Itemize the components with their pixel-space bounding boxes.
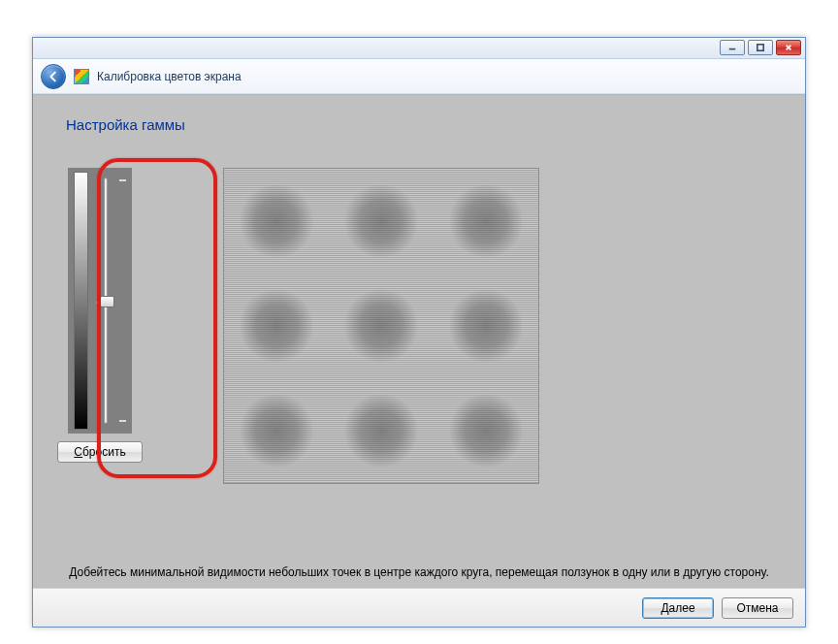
gamma-row: Сбросить xyxy=(66,168,772,484)
app-icon xyxy=(74,69,89,84)
gamma-dot xyxy=(224,274,329,378)
titlebar xyxy=(33,38,805,59)
section-heading: Настройка гаммы xyxy=(66,116,772,133)
svg-rect-0 xyxy=(729,48,735,50)
gradient-reference-bar xyxy=(74,172,88,430)
gamma-dot xyxy=(224,378,329,483)
next-button[interactable]: Далее xyxy=(642,597,714,619)
window-controls xyxy=(720,40,801,55)
footer-bar: Далее Отмена xyxy=(33,588,805,627)
gamma-dot xyxy=(434,274,538,378)
gamma-slider-panel: Сбросить xyxy=(66,168,134,463)
gamma-slider[interactable] xyxy=(88,172,132,430)
gamma-sample-grid xyxy=(223,168,539,484)
minimize-button[interactable] xyxy=(720,40,745,55)
gamma-dot xyxy=(224,169,329,274)
gamma-dot xyxy=(434,169,538,274)
content-area: Настройка гаммы Сбросить xyxy=(33,94,805,588)
cancel-button[interactable]: Отмена xyxy=(722,597,793,619)
gamma-slider-box xyxy=(68,168,132,434)
header-bar: Калибровка цветов экрана xyxy=(33,59,805,94)
maximize-button[interactable] xyxy=(748,40,773,55)
page-title: Калибровка цветов экрана xyxy=(97,70,242,83)
minus-icon xyxy=(119,179,126,181)
minus-icon xyxy=(119,420,126,422)
gamma-dot xyxy=(329,378,434,483)
gamma-dot xyxy=(329,169,434,274)
gamma-dot xyxy=(329,274,434,378)
close-button[interactable] xyxy=(776,40,801,55)
instruction-text: Добейтесь минимальной видимости небольши… xyxy=(33,564,805,580)
wizard-window: Калибровка цветов экрана Настройка гаммы… xyxy=(32,37,806,628)
svg-rect-1 xyxy=(757,45,763,50)
gamma-dot xyxy=(434,378,538,483)
slider-thumb[interactable] xyxy=(100,296,114,307)
reset-button[interactable]: Сбросить xyxy=(57,441,143,463)
back-button[interactable] xyxy=(41,64,66,89)
